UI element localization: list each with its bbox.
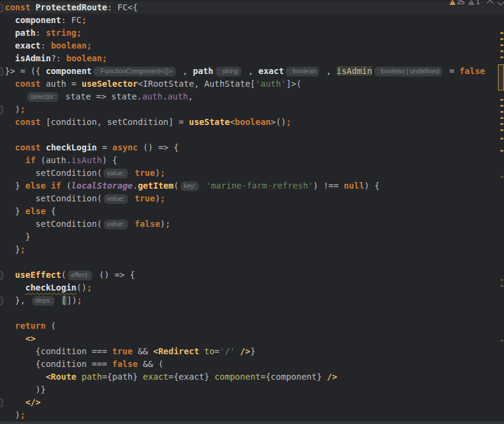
code-token: ?:	[51, 53, 66, 63]
code-line[interactable]: )}	[0, 383, 504, 396]
warning-stripe-mark[interactable]	[500, 44, 503, 46]
code-line[interactable]: return (	[0, 320, 504, 332]
warning-stripe-mark[interactable]	[500, 99, 503, 101]
warning-stripe-mark[interactable]	[500, 129, 503, 131]
inlay-hint: effect:	[68, 271, 92, 280]
code-token: )	[5, 104, 20, 114]
code-line[interactable]: }> = ({ component: FunctionComponent<{}>…	[0, 65, 504, 78]
warning-stripe-mark[interactable]	[500, 32, 503, 34]
warning-stripe-mark[interactable]	[500, 340, 503, 342]
scrollbar-highlight-box[interactable]	[498, 64, 504, 90]
code-line[interactable]: const ProtectedRoute: FC<{	[0, 1, 504, 14]
code-line[interactable]: <Route path={path} exact={exact} compone…	[0, 371, 504, 383]
code-token: localStorage	[72, 181, 133, 190]
code-line[interactable]: {condition === false && (	[0, 358, 504, 371]
code-line[interactable]: const checkLogin = async () => {	[0, 141, 504, 154]
fold-marker[interactable]	[0, 4, 3, 12]
code-line[interactable]: isAdmin?: boolean;	[0, 52, 504, 65]
warning-stripe-mark[interactable]	[500, 285, 503, 287]
fold-marker[interactable]	[0, 106, 3, 114]
code-token	[5, 397, 25, 407]
code-token: isAdmin	[15, 53, 51, 63]
code-line[interactable]: } else if (localStorage.getItem(key: 'ma…	[0, 180, 504, 192]
code-line[interactable]	[0, 256, 504, 269]
code-token: if	[51, 181, 61, 190]
code-line[interactable]: useEffect(effect: () => {	[0, 269, 504, 281]
code-token: useSelector	[81, 79, 138, 89]
code-line[interactable]: path: string;	[0, 27, 504, 39]
code-token: : FC	[61, 15, 82, 25]
code-token: return	[15, 321, 46, 331]
code-line[interactable]: setCondition(value: false);	[0, 218, 504, 231]
code-token: true	[135, 193, 155, 203]
code-line[interactable]: checkLogin();	[0, 281, 504, 294]
inspections-widget[interactable]: 25 1	[449, 0, 503, 7]
inlay-hint: deps:	[32, 296, 55, 306]
warnings-badge[interactable]: 25	[449, 0, 465, 5]
code-token: />	[240, 346, 250, 356]
code-token: ,	[321, 66, 336, 76]
code-token	[5, 155, 25, 165]
fold-marker[interactable]	[0, 399, 3, 407]
code-token: path	[15, 28, 36, 38]
code-token: () => {	[94, 270, 135, 280]
code-token: else	[25, 181, 46, 190]
code-token: ) !==	[313, 181, 344, 190]
fold-marker[interactable]	[0, 297, 3, 305]
code-line[interactable]	[0, 129, 504, 141]
code-line[interactable]: setCondition(value: true);	[0, 192, 504, 205]
code-line[interactable]: setCondition(value: true);	[0, 167, 504, 180]
code-line[interactable]	[0, 307, 504, 320]
prev-problem-button[interactable]	[486, 0, 493, 7]
code-token: <>	[25, 334, 36, 343]
code-token: ProtectedRoute	[36, 2, 107, 12]
code-token	[201, 181, 206, 190]
warning-stripe-mark[interactable]	[500, 56, 503, 58]
code-line[interactable]: {condition === true && <Redirect to='/' …	[0, 345, 504, 358]
code-line[interactable]: component: FC;	[0, 14, 504, 27]
code-line[interactable]: exact: boolean;	[0, 39, 504, 52]
code-line[interactable]: );	[0, 409, 504, 422]
code-token: ;	[20, 410, 25, 420]
code-token: exact	[143, 372, 169, 382]
code-token: [condition, setCondition] =	[41, 117, 189, 127]
code-token: ={path}	[102, 372, 143, 382]
code-line[interactable]: <>	[0, 332, 504, 345]
code-line[interactable]: } else {	[0, 205, 504, 218]
code-line[interactable]: const auth = useSelector<IRootState, Aut…	[0, 78, 504, 90]
warning-stripe-mark[interactable]	[500, 138, 503, 140]
code-token: (	[45, 321, 56, 331]
code-token: auth	[142, 92, 163, 101]
code-line[interactable]: const [condition, setCondition] = useSta…	[0, 116, 504, 129]
code-token: true	[135, 168, 155, 178]
code-token	[45, 181, 50, 190]
warning-stripe-mark[interactable]	[500, 123, 503, 125]
warning-stripe-mark[interactable]	[500, 111, 503, 113]
code-token: />	[327, 372, 337, 382]
fold-marker[interactable]	[0, 271, 3, 280]
code-line[interactable]: );	[0, 103, 504, 116]
code-line[interactable]: }, deps: []);	[0, 294, 504, 307]
code-line[interactable]: </>	[0, 396, 504, 409]
code-token: .	[133, 181, 138, 190]
warning-stripe-mark[interactable]	[500, 50, 503, 52]
code-line[interactable]: selector: state => state.auth.auth,	[0, 90, 504, 103]
warning-stripe-mark[interactable]	[500, 279, 503, 281]
weak-warnings-badge[interactable]: 1	[468, 0, 480, 5]
code-line[interactable]: };	[0, 243, 504, 256]
code-token: useEffect	[15, 270, 61, 280]
inlay-hint: key:	[181, 181, 199, 191]
code-editor[interactable]: const ProtectedRoute: FC<{ component: FC…	[0, 0, 504, 424]
warning-stripe-mark[interactable]	[500, 38, 503, 40]
code-token: checkLogin	[25, 283, 76, 292]
code-line[interactable]: if (auth.isAuth) {	[0, 154, 504, 167]
code-token: state => state.	[60, 92, 142, 101]
warning-stripe-mark[interactable]	[500, 105, 503, 107]
warning-stripe-mark[interactable]	[500, 117, 503, 119]
warning-stripe-mark[interactable]	[500, 150, 503, 152]
code-token: boolean	[235, 117, 270, 127]
code-token: ]>(	[286, 79, 301, 89]
warning-stripe-mark[interactable]	[500, 176, 503, 178]
code-line[interactable]: }	[0, 231, 504, 243]
fold-marker[interactable]	[0, 67, 3, 76]
